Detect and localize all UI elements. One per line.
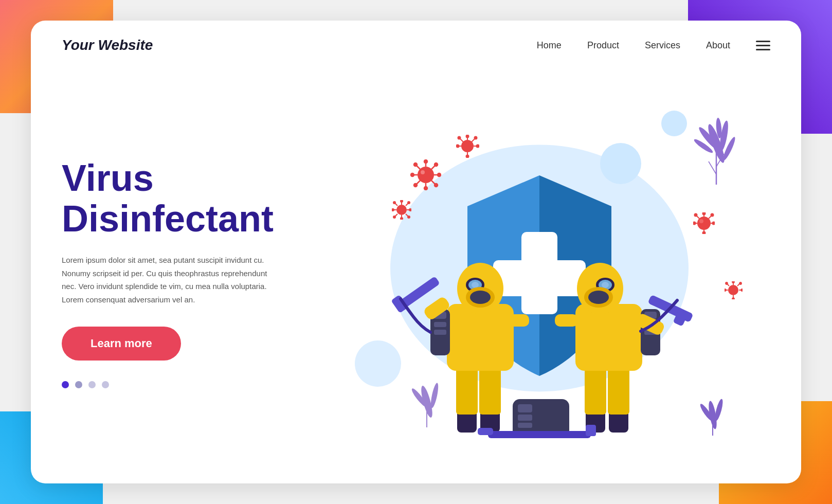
svg-point-109	[393, 216, 395, 218]
nav-item-services[interactable]: Services	[645, 40, 680, 51]
virus-right-bottom	[725, 281, 743, 299]
svg-point-81	[421, 170, 425, 174]
svg-point-78	[414, 184, 417, 187]
hero-left-content: Virus Disinfectant Lorem ipsum dolor sit…	[62, 158, 309, 388]
svg-point-124	[711, 213, 714, 216]
svg-line-93	[472, 139, 475, 142]
svg-point-74	[414, 163, 417, 166]
svg-rect-42	[575, 304, 642, 371]
hamburger-line-3	[756, 49, 770, 50]
svg-line-75	[431, 166, 435, 169]
svg-point-31	[472, 282, 479, 288]
svg-point-122	[695, 213, 697, 216]
virus-left-mid	[392, 200, 411, 220]
nav-product-link[interactable]: Product	[587, 40, 619, 50]
svg-point-138	[739, 282, 741, 284]
worker-left	[385, 209, 694, 445]
svg-point-105	[393, 202, 395, 204]
virus-top-center	[456, 135, 479, 158]
svg-point-70	[411, 173, 414, 176]
nav-services-link[interactable]: Services	[645, 40, 680, 50]
svg-point-52	[588, 291, 609, 304]
svg-point-16	[714, 398, 725, 421]
svg-point-76	[435, 163, 438, 166]
svg-rect-37	[509, 314, 529, 327]
svg-point-33	[470, 291, 491, 304]
hero-title-line2: Disinfectant	[62, 198, 274, 239]
svg-line-79	[431, 181, 435, 184]
svg-rect-26	[434, 322, 446, 327]
svg-point-103	[409, 209, 411, 211]
svg-point-66	[424, 160, 427, 163]
svg-point-118	[693, 222, 696, 224]
svg-point-68	[424, 187, 427, 190]
virus-right-mid	[693, 212, 715, 234]
nav-item-product[interactable]: Product	[587, 40, 619, 51]
dot-1[interactable]	[62, 381, 69, 388]
svg-point-86	[466, 155, 469, 158]
svg-point-125	[699, 219, 703, 223]
svg-point-94	[475, 137, 477, 139]
dot-3[interactable]	[88, 381, 96, 388]
svg-point-101	[392, 209, 394, 211]
svg-point-97	[401, 200, 403, 202]
svg-point-126	[728, 285, 738, 295]
svg-point-99	[401, 218, 403, 220]
svg-point-107	[408, 202, 410, 204]
plant-top-right	[685, 102, 747, 185]
hamburger-line-1	[756, 41, 770, 42]
svg-line-121	[697, 216, 699, 219]
svg-rect-61	[488, 431, 591, 438]
svg-rect-56	[555, 314, 578, 327]
svg-rect-58	[518, 404, 532, 412]
svg-point-90	[477, 145, 479, 148]
nav-home-link[interactable]: Home	[537, 40, 562, 50]
svg-line-73	[417, 166, 420, 169]
learn-more-button[interactable]: Learn more	[62, 327, 181, 361]
hamburger-menu[interactable]	[756, 41, 770, 50]
svg-line-137	[737, 284, 739, 286]
main-card: Your Website Home Product Services About	[31, 21, 801, 483]
svg-rect-62	[478, 428, 493, 435]
nav-links: Home Product Services About	[537, 40, 730, 51]
nav-item-home[interactable]: Home	[537, 40, 562, 51]
svg-point-134	[741, 289, 743, 291]
site-logo: Your Website	[62, 37, 153, 53]
svg-point-72	[438, 173, 441, 176]
svg-point-128	[732, 281, 734, 283]
navbar: Your Website Home Product Services About	[31, 21, 801, 70]
nav-item-about[interactable]: About	[706, 40, 730, 51]
hamburger-line-2	[756, 45, 770, 46]
svg-rect-27	[434, 330, 446, 335]
dot-4[interactable]	[102, 381, 109, 388]
hero-description: Lorem ipsum dolor sit amet, sea putant s…	[62, 254, 267, 306]
svg-point-114	[703, 212, 706, 215]
hero-section: Virus Disinfectant Lorem ipsum dolor sit…	[31, 70, 801, 476]
svg-point-132	[725, 289, 726, 291]
svg-point-84	[466, 135, 469, 138]
dot-2[interactable]	[75, 381, 82, 388]
svg-rect-59	[518, 415, 532, 421]
svg-point-88	[457, 145, 459, 148]
svg-line-77	[417, 181, 420, 184]
svg-point-120	[713, 222, 715, 224]
svg-point-95	[396, 205, 407, 215]
svg-line-91	[460, 139, 463, 142]
svg-point-136	[726, 282, 728, 284]
svg-line-9	[709, 161, 716, 174]
svg-rect-60	[518, 423, 532, 428]
bg-circle-sm2	[661, 111, 687, 136]
svg-point-50	[602, 282, 609, 288]
nav-about-link[interactable]: About	[706, 40, 730, 50]
svg-point-92	[458, 137, 461, 139]
hero-title-line1: Virus	[62, 157, 154, 199]
svg-point-130	[732, 298, 734, 299]
hero-illustration	[309, 70, 770, 476]
svg-line-123	[709, 216, 711, 219]
svg-rect-63	[586, 425, 596, 436]
svg-point-80	[435, 184, 438, 187]
virus-top-left	[410, 159, 441, 190]
pagination-dots	[62, 381, 309, 388]
hero-title: Virus Disinfectant	[62, 158, 309, 239]
svg-point-111	[408, 216, 410, 218]
